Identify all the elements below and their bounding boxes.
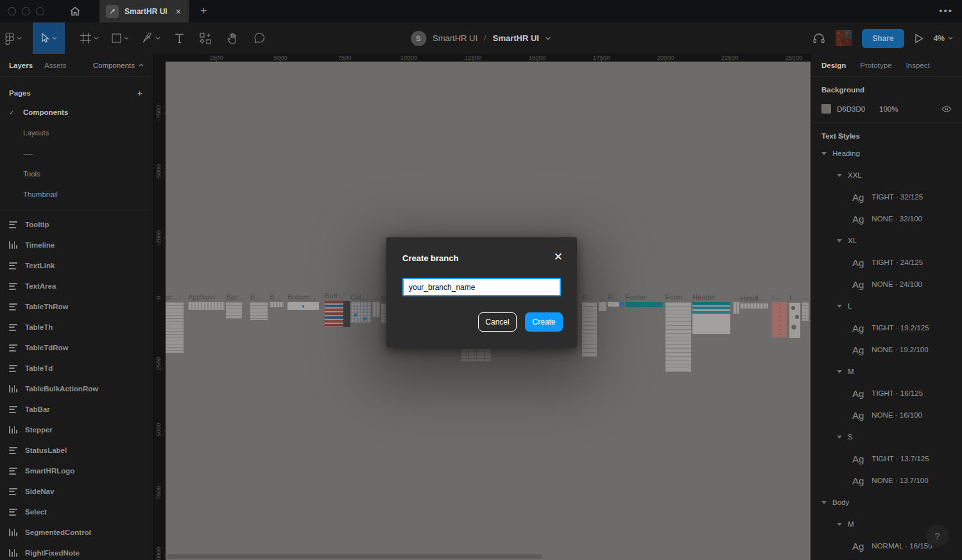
frame-thumbnail[interactable] [372,302,380,317]
breadcrumb-team[interactable]: SmartHR UI [433,33,477,43]
caret-down-icon[interactable] [837,305,842,308]
window-menu-icon[interactable]: ••• [939,5,953,16]
background-hex-value[interactable]: D6D3D0 [837,105,879,113]
caret-down-icon[interactable] [837,174,842,177]
frame-label[interactable]: Bottom... [288,293,316,301]
frame-thumbnail[interactable] [270,302,284,307]
horizontal-scrollbar[interactable] [167,554,542,559]
visibility-eye-icon[interactable] [941,106,952,112]
frame-label[interactable]: I... [772,293,780,301]
frame-label[interactable]: F... [582,293,592,301]
color-swatch[interactable] [821,104,831,114]
frame-label[interactable]: Form... [666,293,688,301]
help-button[interactable]: ? [926,525,949,547]
frame-thumbnail[interactable] [582,302,597,357]
frame-label[interactable]: B... [250,293,261,301]
caret-down-icon[interactable] [837,523,842,526]
move-tool-button[interactable] [33,22,65,54]
text-style-group[interactable]: S [821,426,952,448]
layer-item-tabbar[interactable]: TabBar [0,399,153,420]
present-play-icon[interactable] [915,33,923,44]
tab-design[interactable]: Design [821,62,846,69]
tab-assets[interactable]: Assets [44,62,67,69]
frame-label[interactable]: ... [599,293,605,301]
breadcrumb-file[interactable]: SmartHR UI [493,33,539,43]
text-style-item[interactable]: AgNONE · 13.7/100 [821,470,952,491]
frame-label[interactable]: Cal... [350,293,367,301]
dialog-close-icon[interactable]: ✕ [554,250,563,264]
page-item[interactable]: Tools [0,164,153,184]
layer-item-select[interactable]: Select [0,502,153,522]
file-tab[interactable]: SmartHR UI × [99,0,189,22]
layer-item-tableth[interactable]: TableTh [0,317,153,337]
text-style-item[interactable]: AgTIGHT · 13.7/125 [821,448,952,470]
branch-name-input[interactable] [402,278,561,296]
layer-item-tabletd[interactable]: TableTd [0,358,153,378]
frame-tool-button[interactable] [74,22,105,54]
add-page-button[interactable]: + [137,87,142,98]
text-style-item[interactable]: AgTIGHT · 32/125 [821,186,952,208]
tab-prototype[interactable]: Prototype [860,62,891,69]
frame-thumbnail[interactable] [626,302,663,307]
caret-down-icon[interactable] [821,501,827,504]
layer-item-tablebulkactionrow[interactable]: TableBulkActionRow [0,378,153,399]
main-menu-button[interactable] [0,22,27,54]
pen-tool-button[interactable] [135,22,166,54]
caret-down-icon[interactable] [821,152,827,155]
caret-down-icon[interactable] [837,239,842,242]
frame-thumbnail[interactable] [740,303,768,309]
text-style-item[interactable]: AgTIGHT · 16/125 [821,382,952,404]
frame-thumbnail[interactable] [599,302,606,311]
hand-tool-button[interactable] [219,22,246,54]
frame-label[interactable]: Headl... [740,294,764,302]
caret-down-icon[interactable] [837,436,842,439]
chevron-down-icon[interactable] [545,37,551,40]
frame-thumbnail[interactable] [608,302,624,307]
frame-label[interactable]: Header [692,293,716,301]
tab-close-icon[interactable]: × [176,6,181,17]
comment-tool-button[interactable] [246,22,273,54]
frame-thumbnail[interactable] [288,302,319,310]
layer-item-textarea[interactable]: TextArea [0,276,153,296]
cancel-button[interactable]: Cancel [478,312,517,332]
zoom-control[interactable]: 4% [934,34,953,43]
layer-item-textlink[interactable]: TextLink [0,255,153,276]
layer-item-statuslabel[interactable]: StatusLabel [0,440,153,461]
shape-tool-button[interactable] [105,22,135,54]
audio-headphones-icon[interactable] [812,32,825,44]
frame-label[interactable]: I... [789,294,797,301]
page-item[interactable]: Layouts [0,123,153,143]
background-opacity-value[interactable]: 100% [879,105,898,113]
frame-label[interactable]: Bac... [226,293,244,301]
frame-thumbnail[interactable] [166,302,184,353]
library-selector[interactable]: Components [93,62,144,69]
page-item[interactable]: Thumbnail [0,184,153,205]
page-item[interactable]: ---- [0,143,153,164]
text-style-item[interactable]: AgNONE · 32/100 [821,208,952,230]
page-item[interactable]: ✓Components [0,102,153,123]
home-button[interactable] [62,0,88,22]
caret-down-icon[interactable] [837,370,842,373]
create-button[interactable]: Create [525,312,563,332]
frame-thumbnail[interactable] [789,303,800,338]
frame-thumbnail[interactable] [802,302,809,321]
text-style-item[interactable]: AgNONE · 19.2/100 [821,339,952,361]
layer-item-sidenav[interactable]: SideNav [0,481,153,502]
maximize-window-icon[interactable] [36,7,44,15]
frame-thumbnail[interactable] [692,302,730,334]
frame-thumbnail[interactable] [666,302,691,372]
layer-item-segmentedcontrol[interactable]: SegmentedControl [0,522,153,543]
new-tab-button[interactable]: + [200,4,207,18]
frame-label[interactable]: ... [372,293,378,301]
frame-label[interactable]: Footer [626,293,646,301]
tab-inspect[interactable]: Inspect [906,62,930,69]
text-style-item[interactable]: AgNONE · 24/100 [821,273,952,295]
resources-tool-button[interactable] [192,22,219,54]
frame-label[interactable]: Butt... [325,292,343,300]
share-button[interactable]: Share [862,29,904,48]
frame-label[interactable]: B... [270,293,280,301]
frame-label[interactable]: ... [802,293,808,301]
text-style-group[interactable]: Body [821,491,952,513]
frame-thumbnail[interactable] [461,348,491,361]
frame-thumbnail[interactable] [188,302,225,310]
